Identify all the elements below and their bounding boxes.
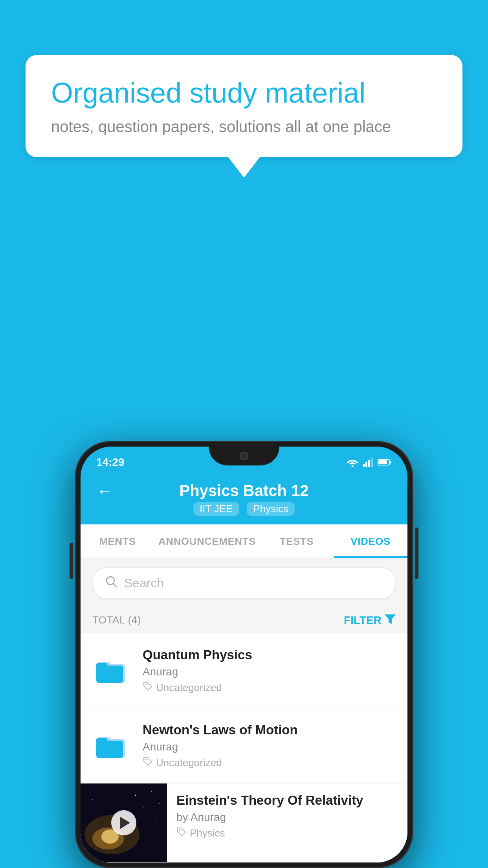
- svg-rect-3: [368, 460, 370, 467]
- thumb-category: Physics: [190, 827, 225, 839]
- item-info: Newton's Laws of Motion Anurag Uncategor…: [143, 723, 396, 769]
- item-tag-row: Uncategorized: [143, 681, 396, 694]
- phone-side-btn-right: [415, 528, 418, 579]
- list-item[interactable]: Newton's Laws of Motion Anurag Uncategor…: [81, 708, 407, 783]
- item-tag-row: Uncategorized: [143, 756, 396, 769]
- svg-rect-18: [96, 741, 123, 758]
- item-icon-wrap: [92, 657, 132, 684]
- header-subtitle: IIT JEE Physics: [191, 502, 297, 516]
- svg-point-20: [145, 759, 147, 760]
- speech-bubble-arrow: [228, 157, 260, 178]
- status-icons: [346, 458, 392, 467]
- thumb-title: Einstein's Theory Of Relativity: [176, 793, 398, 808]
- tab-ments[interactable]: MENTS: [81, 524, 154, 558]
- svg-rect-6: [378, 460, 387, 464]
- phone-inner: 14:29: [81, 447, 407, 862]
- search-icon: [105, 575, 118, 591]
- svg-rect-13: [96, 666, 123, 683]
- svg-point-25: [135, 795, 136, 796]
- item-category: Uncategorized: [156, 757, 222, 769]
- total-count: TOTAL (4): [92, 614, 141, 626]
- svg-point-30: [155, 818, 156, 819]
- app-header: ← Physics Batch 12 IIT JEE Physics: [81, 475, 407, 524]
- svg-rect-4: [371, 458, 373, 467]
- tag-icon: [143, 756, 153, 769]
- svg-point-0: [352, 465, 354, 467]
- thumb-info: Einstein's Theory Of Relativity by Anura…: [167, 783, 407, 839]
- svg-point-29: [92, 799, 93, 800]
- svg-point-31: [179, 829, 180, 831]
- thumb-wrap: [81, 783, 167, 862]
- item-info: Quantum Physics Anurag Uncategorized: [143, 647, 396, 694]
- svg-rect-7: [390, 461, 391, 463]
- phone-wrapper: 14:29: [75, 441, 413, 868]
- tag-icon: [143, 681, 153, 694]
- item-author: Anurag: [143, 741, 396, 753]
- filter-label: FILTER: [344, 614, 382, 627]
- svg-point-28: [159, 803, 160, 804]
- filter-icon: [385, 614, 396, 627]
- svg-line-9: [114, 584, 117, 587]
- filter-button[interactable]: FILTER: [344, 614, 396, 627]
- search-bar-wrapper: Search: [81, 559, 407, 607]
- item-icon-wrap: [92, 732, 132, 760]
- tab-videos[interactable]: VIDEOS: [334, 524, 407, 558]
- list-item-thumb[interactable]: Einstein's Theory Of Relativity by Anura…: [81, 783, 407, 862]
- tag-icon: [176, 827, 187, 839]
- svg-point-15: [145, 684, 147, 685]
- header-tag-physics: Physics: [247, 502, 295, 516]
- item-title: Newton's Laws of Motion: [143, 723, 396, 737]
- thumb-bg: [81, 783, 167, 862]
- wifi-icon: [346, 458, 359, 467]
- phone-notch: [209, 447, 279, 465]
- speech-bubble: Organised study material notes, question…: [26, 55, 462, 157]
- svg-point-26: [143, 807, 144, 807]
- back-button[interactable]: ←: [96, 481, 114, 501]
- thumb-author: by Anurag: [176, 811, 398, 824]
- svg-point-8: [106, 577, 114, 585]
- tab-announcements[interactable]: ANNOUNCEMENTS: [154, 524, 260, 558]
- header-title: Physics Batch 12: [179, 482, 308, 500]
- item-category: Uncategorized: [156, 682, 222, 694]
- search-bar[interactable]: Search: [92, 567, 396, 599]
- svg-rect-14: [96, 663, 107, 668]
- tabs: MENTS ANNOUNCEMENTS TESTS VIDEOS: [81, 524, 407, 559]
- list-area: Quantum Physics Anurag Uncategorized: [81, 633, 407, 862]
- signal-icon: [363, 458, 374, 467]
- folder-icon: [96, 732, 128, 760]
- thumb-tag-row: Physics: [176, 827, 398, 839]
- item-author: Anurag: [143, 666, 396, 678]
- svg-marker-10: [385, 614, 396, 624]
- phone-side-btn-left: [70, 543, 73, 579]
- speech-bubble-title: Organised study material: [51, 77, 437, 109]
- list-item[interactable]: Quantum Physics Anurag Uncategorized: [81, 633, 407, 708]
- svg-rect-2: [365, 462, 367, 467]
- speech-bubble-container: Organised study material notes, question…: [26, 55, 462, 178]
- tab-tests[interactable]: TESTS: [260, 524, 334, 558]
- svg-point-27: [151, 791, 152, 792]
- phone-frame: 14:29: [75, 441, 413, 868]
- header-row: ← Physics Batch 12: [96, 482, 392, 500]
- folder-icon: [96, 657, 128, 684]
- notch-camera: [240, 452, 248, 460]
- search-placeholder-text: Search: [124, 576, 164, 590]
- svg-rect-19: [96, 738, 107, 743]
- status-time: 14:29: [96, 456, 125, 469]
- play-button[interactable]: [111, 810, 136, 835]
- play-triangle-icon: [120, 817, 130, 829]
- filter-bar: TOTAL (4) FILTER: [81, 607, 407, 633]
- header-tag-iitjee: IIT JEE: [193, 502, 239, 516]
- battery-icon: [378, 458, 392, 466]
- svg-rect-1: [363, 464, 365, 467]
- item-title: Quantum Physics: [143, 647, 396, 662]
- speech-bubble-subtitle: notes, question papers, solutions all at…: [51, 118, 437, 136]
